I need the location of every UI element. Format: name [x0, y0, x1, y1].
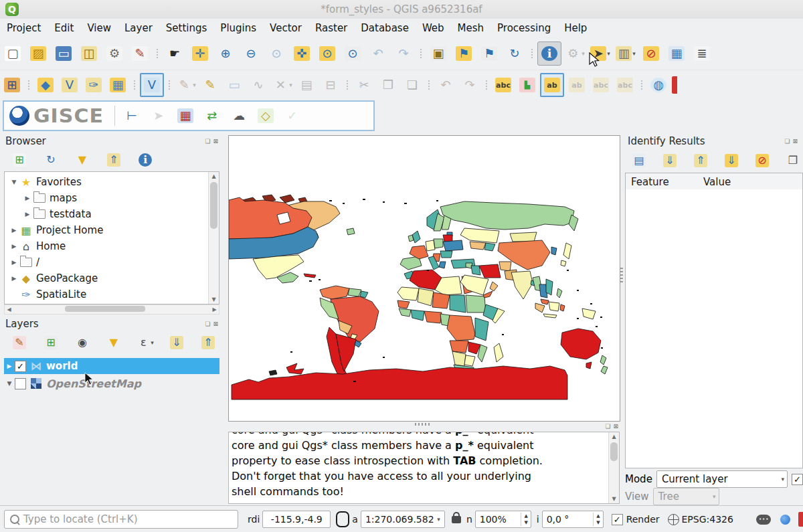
filter-browser-button[interactable]: ▼ [70, 148, 94, 172]
save-project-button[interactable]: ▭ [52, 41, 76, 66]
extents-toggle-icon[interactable] [336, 511, 349, 527]
rotation-spinbox[interactable]: 0,0 ° [542, 511, 604, 528]
filter-by-expression-button[interactable]: ε▾ [133, 331, 157, 355]
select-by-form-button[interactable]: ▥▾ [614, 41, 638, 66]
select-features-button[interactable]: ➤▾ [588, 41, 612, 66]
news-icon[interactable] [780, 515, 790, 525]
open-attribute-table-button[interactable]: ▦ [664, 41, 689, 66]
expander-icon[interactable] [22, 195, 33, 201]
layer-diagram-options-button[interactable]: ▙ [516, 74, 539, 96]
browser-vertical-scrollbar[interactable]: ▲▼ [208, 172, 219, 304]
browser-item-project-home[interactable]: ▦Project Home [6, 222, 217, 238]
layer-visibility-checkbox[interactable] [15, 361, 26, 372]
menu-raster[interactable]: Raster [308, 19, 354, 37]
menu-layer[interactable]: Layer [118, 19, 159, 37]
statistics-summary-button[interactable]: ≣ [690, 41, 714, 66]
expander-icon[interactable] [9, 275, 19, 282]
gisce-cloud-download-button[interactable]: ☁ [227, 104, 251, 128]
pin-unpin-labels-button[interactable]: ab [540, 73, 564, 97]
expander-icon[interactable] [9, 179, 19, 185]
browser-item-root[interactable]: / [6, 254, 217, 270]
close-icon[interactable]: ⊠ [792, 138, 798, 145]
new-temporary-scratch-layer-button[interactable]: ✑ [82, 74, 105, 96]
new-map-view-button[interactable]: ▣ [426, 41, 450, 66]
expander-icon[interactable] [22, 211, 33, 217]
new-spatial-bookmark-button[interactable]: ⚑ [452, 41, 476, 66]
layer-item-world[interactable]: ⋈world [4, 358, 219, 374]
clear-results-button[interactable]: ⊘ [750, 149, 774, 173]
copy-feature-button[interactable]: ❐ [781, 149, 803, 173]
zoom-to-layer-button[interactable]: ⊙ [341, 41, 365, 66]
expander-icon[interactable] [4, 380, 15, 387]
browser-properties-button[interactable]: ℹ [133, 148, 157, 172]
undock-icon[interactable]: ❏ [205, 138, 210, 145]
gisce-sync-button[interactable]: ⇄ [200, 104, 224, 128]
deselect-features-button[interactable]: ⊘ [639, 41, 663, 66]
open-project-button[interactable]: ▨ [26, 41, 50, 66]
menu-vector[interactable]: Vector [263, 19, 308, 37]
expander-icon[interactable] [9, 227, 19, 234]
expander-icon[interactable] [9, 259, 19, 266]
filter-legend-button[interactable]: ▼ [102, 331, 126, 355]
zoom-out-button[interactable]: ⊖ [239, 41, 263, 66]
expand-all-layers-button[interactable]: ⇓ [165, 331, 189, 355]
gisce-digitize-area-button[interactable]: ◇ [254, 104, 278, 128]
undock-icon[interactable]: ❏ [605, 423, 610, 430]
add-selected-layers-button[interactable]: ⊞ [7, 148, 31, 172]
expand-tree-button[interactable]: ⇓ [658, 149, 682, 173]
coordinate-input[interactable]: -115.9,-4.9 [262, 511, 331, 528]
gisce-project-tree-button[interactable]: ⊢ [120, 104, 144, 128]
gisce-attribute-form-button[interactable]: ▦ [173, 104, 197, 128]
show-spatial-bookmarks-button[interactable]: ⚑ [477, 41, 501, 66]
expander-icon[interactable] [4, 363, 15, 369]
menu-processing[interactable]: Processing [490, 19, 557, 37]
expand-new-results-button[interactable]: ⇓ [719, 149, 743, 173]
pan-map-button[interactable]: ☛ [163, 41, 187, 66]
browser-item-home[interactable]: ⌂Home [6, 238, 217, 254]
identify-form-view-button[interactable]: ▤ [627, 149, 651, 173]
identify-features-button[interactable]: ℹ [537, 41, 561, 66]
pan-to-selection-button[interactable]: ✛ [188, 41, 212, 66]
locator-search-input[interactable]: Type to locate (Ctrl+K) [4, 510, 238, 529]
zoom-in-button[interactable]: ⊕ [213, 41, 238, 66]
expander-icon[interactable] [9, 243, 19, 250]
scale-combobox[interactable]: 1:270.069.582▾ [361, 511, 445, 528]
style-manager-button[interactable]: ✎ [128, 41, 152, 66]
zoom-to-selection-button[interactable]: ⊙ [315, 41, 339, 66]
collapse-all-layers-button[interactable]: ⇑ [196, 331, 220, 355]
refresh-browser-button[interactable]: ↻ [39, 148, 63, 172]
close-icon[interactable]: ⊠ [613, 423, 618, 430]
view-combobox[interactable]: Tree▾ [653, 488, 719, 505]
messages-icon[interactable] [756, 515, 771, 525]
close-icon[interactable]: ⊠ [213, 321, 218, 327]
mode-combobox[interactable]: Current layer▾ [656, 470, 788, 488]
menu-settings[interactable]: Settings [159, 19, 214, 37]
menu-edit[interactable]: Edit [48, 19, 80, 37]
menu-plugins[interactable]: Plugins [213, 19, 263, 37]
browser-item-spatialite[interactable]: ✑SpatiaLite [6, 286, 217, 302]
browser-item-maps[interactable]: maps [6, 190, 217, 206]
data-source-manager-button[interactable]: ⊞ [1, 74, 23, 96]
add-group-button[interactable]: ⊞ [39, 331, 63, 355]
new-virtual-layer-button[interactable]: ▦ [106, 74, 129, 96]
open-layer-styling-button[interactable]: ✎ [7, 331, 31, 355]
map-canvas[interactable] [228, 135, 620, 422]
toggle-editing-button[interactable]: ✎ [199, 74, 221, 96]
render-checkbox[interactable] [612, 514, 623, 525]
menu-view[interactable]: View [80, 19, 118, 37]
menu-help[interactable]: Help [557, 19, 594, 37]
collapse-all-browser-button[interactable]: ⇑ [102, 148, 126, 172]
metasearch-button[interactable]: ◍ [647, 74, 670, 96]
browser-item-geopackage[interactable]: ◆GeoPackage [6, 270, 217, 286]
magnifier-spinbox[interactable]: 100% [475, 511, 531, 528]
menu-database[interactable]: Database [354, 19, 416, 37]
browser-item-testdata[interactable]: testdata [6, 206, 217, 222]
undock-icon[interactable]: ❏ [205, 321, 210, 327]
new-project-button[interactable]: ▢ [1, 41, 25, 66]
manage-map-themes-button[interactable]: ◉ [70, 331, 94, 355]
browser-horizontal-scrollbar[interactable]: ◀▶ [4, 304, 219, 315]
layout-manager-button[interactable]: ◫ [77, 41, 101, 66]
console-text-area[interactable]: core and gui Qgs* class members have a p… [228, 432, 620, 504]
layer-visibility-checkbox[interactable] [15, 378, 26, 389]
close-icon[interactable]: ⊠ [213, 138, 218, 145]
